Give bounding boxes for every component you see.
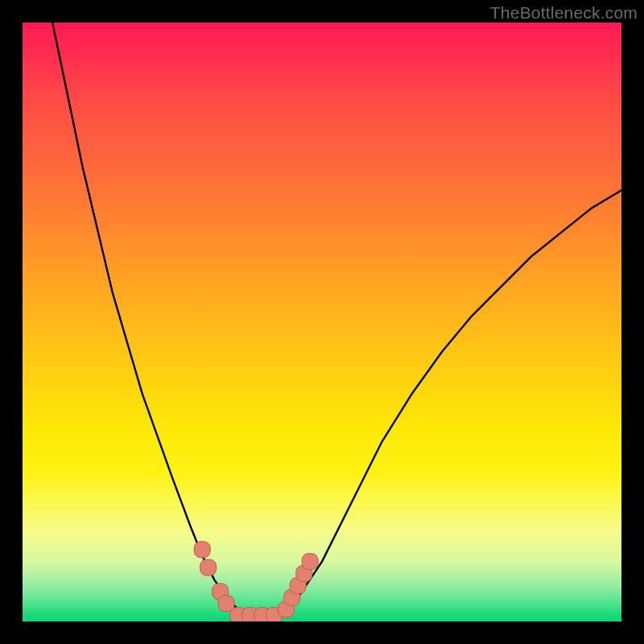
- plot-area: [23, 23, 621, 621]
- data-marker: [302, 554, 318, 570]
- data-marker: [200, 559, 217, 576]
- bottleneck-curve: [52, 23, 621, 616]
- marker-group: [194, 542, 318, 621]
- watermark-text: TheBottleneck.com: [490, 3, 638, 23]
- bottleneck-chart-svg: [23, 23, 621, 621]
- data-marker: [194, 542, 210, 558]
- chart-frame: TheBottleneck.com: [0, 0, 644, 644]
